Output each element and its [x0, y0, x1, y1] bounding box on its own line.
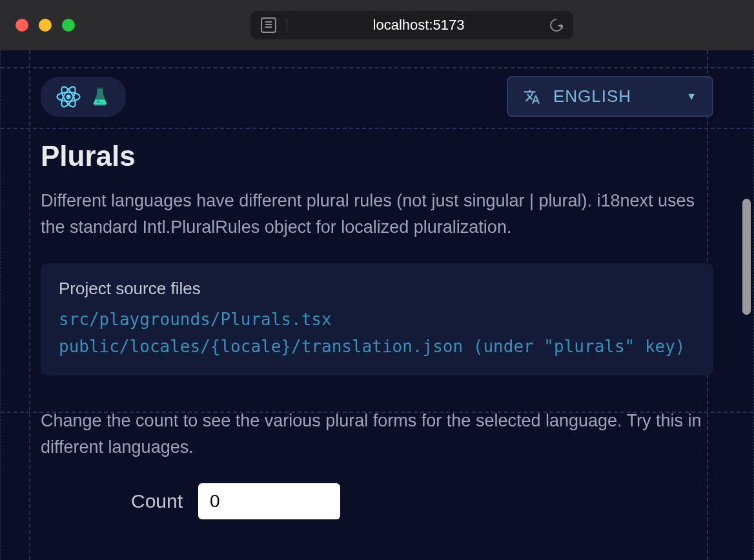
- source-files-box: Project source files src/playgrounds/Plu…: [41, 263, 713, 375]
- chevron-down-icon: ▼: [686, 91, 697, 103]
- count-row: Count: [41, 483, 713, 519]
- count-input[interactable]: [198, 483, 340, 519]
- flask-icon: [88, 85, 112, 108]
- react-logo-icon: [55, 83, 82, 110]
- svg-rect-6: [97, 87, 104, 88]
- source-file-path: public/locales/{locale}/translation.json…: [59, 334, 695, 361]
- svg-point-0: [66, 94, 71, 99]
- reader-mode-icon[interactable]: [261, 17, 276, 33]
- header-row: ENGLISH ▼: [41, 76, 713, 117]
- source-box-title: Project source files: [59, 279, 695, 299]
- minimize-window-button[interactable]: [39, 19, 52, 32]
- language-selected-label: ENGLISH: [553, 86, 673, 106]
- maximize-window-button[interactable]: [62, 19, 75, 32]
- translate-icon: [524, 88, 540, 105]
- url-text: localhost:5173: [298, 17, 540, 34]
- browser-chrome: localhost:5173: [0, 0, 754, 50]
- page-content: ENGLISH ▼ Plurals Different languages ha…: [0, 50, 754, 560]
- count-label: Count: [131, 490, 183, 512]
- page-description: Different languages have different plura…: [41, 188, 713, 240]
- url-bar[interactable]: localhost:5173: [250, 11, 573, 39]
- window-controls: [15, 19, 75, 32]
- divider: [287, 17, 287, 33]
- instruction-text: Change the count to see the various plur…: [41, 408, 713, 460]
- main-content: ENGLISH ▼ Plurals Different languages ha…: [1, 50, 753, 560]
- page-title: Plurals: [41, 140, 713, 172]
- reload-icon[interactable]: [547, 16, 566, 34]
- language-selector[interactable]: ENGLISH ▼: [507, 76, 713, 117]
- close-window-button[interactable]: [15, 19, 28, 32]
- svg-point-5: [101, 102, 102, 103]
- source-file-path: src/playgrounds/Plurals.tsx: [59, 306, 695, 334]
- svg-point-4: [97, 101, 99, 102]
- logo-badge: [41, 77, 126, 117]
